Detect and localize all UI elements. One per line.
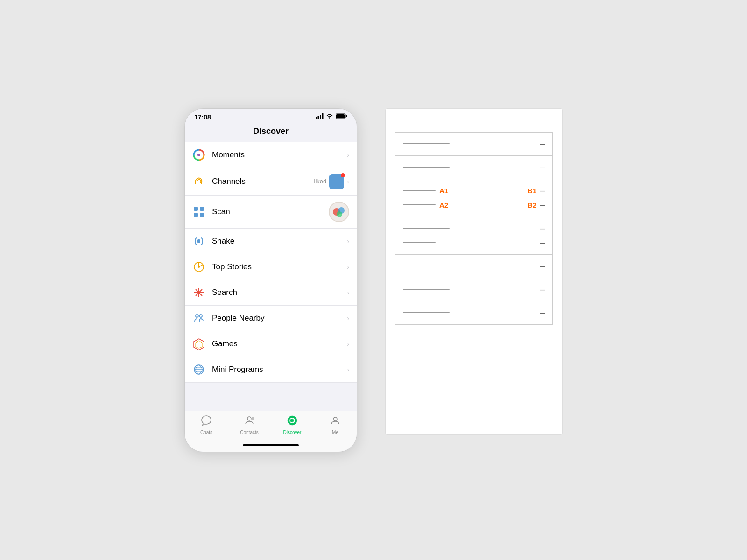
menu-item-mini-programs[interactable]: Mini Programs › [185,357,357,383]
row-5-minus: – [540,261,545,271]
channels-icon [192,175,205,188]
status-time: 17:08 [194,113,211,121]
row-5-label [403,266,450,266]
row-4-minus-1: – [540,224,545,233]
scan-icon [192,205,205,218]
top-stories-label: Top Stories [212,262,347,272]
home-indicator [185,437,357,452]
svg-rect-6 [346,115,347,117]
row-2-minus: – [540,162,545,172]
moments-label: Moments [212,150,347,160]
top-stories-icon [192,260,205,273]
row-6-minus: – [540,285,545,294]
page-wrapper: 17:08 [166,90,581,471]
panel-row-4-line-1: – [403,224,545,233]
svg-rect-12 [195,208,197,210]
channels-liked-text: liked [314,178,327,185]
panel-row-6: – [395,278,553,301]
panel-row-4: – – [395,217,553,255]
svg-rect-16 [202,213,204,215]
games-chevron: › [347,340,349,348]
mini-programs-chevron: › [347,366,349,373]
contacts-tab-label: Contacts [240,430,258,435]
channels-right: liked › [314,174,349,189]
row-3-a2: A2 [439,201,448,209]
svg-rect-15 [200,213,202,215]
search-label: Search [212,288,347,297]
row-3-b2: B2 [528,201,536,209]
people-nearby-icon [192,312,205,325]
menu-list: Moments › Channels liked [185,142,357,383]
menu-item-moments[interactable]: Moments › [185,142,357,168]
shake-chevron: › [347,238,349,245]
games-label: Games [212,339,347,349]
svg-rect-14 [195,214,197,216]
menu-item-shake[interactable]: Shake › [185,229,357,254]
row-7-minus: – [540,308,545,318]
menu-item-people-nearby[interactable]: People Nearby › [185,306,357,331]
search-chevron: › [347,289,349,296]
row-6-label [403,289,450,290]
channels-avatar [329,174,344,189]
panel-row-7: – [395,301,553,325]
svg-point-8 [197,154,200,156]
shake-label: Shake [212,237,347,246]
tab-bar: Chats Contacts [185,411,357,437]
svg-point-21 [337,211,342,217]
right-panel: – – A1 B1 – [385,108,563,435]
menu-item-scan[interactable]: Scan [185,196,357,229]
panel-row-3-line-2: A2 B2 – [403,200,545,210]
battery-icon [336,113,347,120]
games-icon [192,337,205,350]
tab-contacts[interactable]: Contacts [228,415,271,435]
svg-point-29 [196,315,198,317]
mini-programs-label: Mini Programs [212,365,347,374]
moments-chevron: › [347,151,349,159]
row-3-b1: B1 [528,187,536,195]
svg-rect-22 [197,239,200,243]
row-3-a1: A1 [439,187,448,195]
bottom-spacer [185,383,357,411]
people-nearby-chevron: › [347,315,349,322]
tab-bar-container: Chats Contacts [185,411,357,452]
svg-rect-18 [202,215,204,217]
menu-item-search[interactable]: Search › [185,280,357,306]
row-3-bar-1 [403,190,436,191]
menu-item-channels[interactable]: Channels liked › [185,168,357,196]
scan-right [329,202,349,222]
tab-discover[interactable]: Discover [271,415,314,435]
svg-rect-1 [318,116,319,119]
panel-row-5: – [395,254,553,278]
mini-programs-icon [192,363,205,376]
panel-row-4-line-2: – [403,238,545,248]
panel-rows: – – A1 B1 – [395,132,553,324]
discover-tab-label: Discover [283,430,302,435]
status-icons [316,113,347,120]
search-icon [192,286,205,299]
channels-notification-dot [341,173,345,177]
chats-tab-label: Chats [200,430,212,435]
svg-rect-5 [336,114,345,118]
signal-icon [316,113,324,120]
contacts-tab-icon [244,415,255,429]
svg-rect-2 [320,115,321,119]
tab-chats[interactable]: Chats [185,415,228,435]
wifi-icon [326,113,333,120]
phone-frame: 17:08 [184,108,357,452]
row-4-bar-1 [403,228,450,229]
svg-rect-17 [200,215,202,217]
panel-row-1: – [395,132,553,156]
panel-row-3-line-1: A1 B1 – [403,186,545,196]
menu-item-games[interactable]: Games › [185,331,357,357]
svg-rect-13 [201,208,203,210]
home-indicator-bar [243,444,299,446]
discover-tab-icon [287,415,298,429]
scan-label: Scan [212,207,329,217]
tab-me[interactable]: Me [314,415,357,435]
row-4-minus-2: – [540,238,545,248]
svg-point-30 [199,315,202,317]
menu-item-top-stories[interactable]: Top Stories › [185,254,357,280]
people-nearby-label: People Nearby [212,314,347,323]
panel-row-2: – [395,155,553,179]
row-1-label [403,143,450,144]
